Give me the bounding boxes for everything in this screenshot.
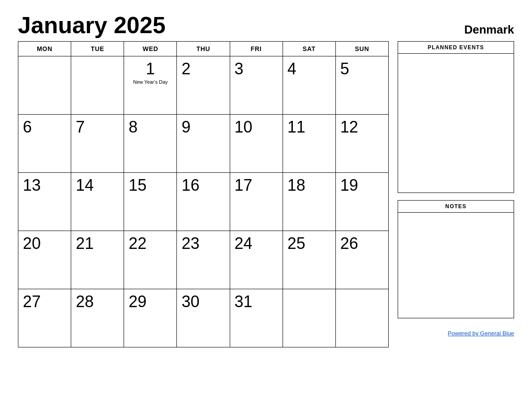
calendar-cell: 12: [335, 115, 388, 173]
calendar-cell: 6: [18, 115, 71, 173]
planned-events-body: [398, 54, 514, 193]
day-number: 10: [235, 118, 278, 136]
day-number: 22: [129, 235, 172, 253]
day-number: 28: [76, 293, 119, 311]
page-header: January 2025 Denmark: [18, 13, 514, 37]
day-number: 9: [181, 118, 225, 136]
calendar-cell: 18: [283, 173, 335, 231]
calendar-cell: [18, 56, 71, 115]
calendar-week-row: 6789101112: [18, 115, 389, 173]
calendar-cell: 17: [230, 173, 283, 231]
notes-box: NOTES: [398, 200, 514, 318]
calendar-cell: 22: [124, 231, 177, 289]
day-number: 7: [76, 118, 119, 136]
calendar-cell: 10: [230, 115, 283, 173]
planned-events-header: PLANNED EVENTS: [398, 42, 514, 54]
day-number: 29: [129, 293, 172, 311]
day-number: 1: [129, 60, 172, 78]
calendar-cell: 24: [230, 231, 283, 289]
day-number: 31: [235, 293, 278, 311]
day-number: 21: [76, 235, 119, 253]
calendar-cell: 19: [335, 173, 388, 231]
notes-body: [398, 213, 514, 318]
day-number: 24: [235, 235, 278, 253]
calendar-cell: 29: [124, 289, 177, 347]
calendar-cell: 4: [283, 56, 335, 115]
calendar-cell: 27: [18, 289, 71, 347]
day-number: 18: [287, 176, 331, 194]
calendar-cell: 11: [283, 115, 335, 173]
calendar-cell: [335, 289, 388, 347]
day-number: 14: [76, 176, 119, 194]
calendar-cell: 25: [283, 231, 335, 289]
day-number: 6: [23, 118, 66, 136]
calendar-cell: 16: [177, 173, 230, 231]
day-number: 30: [181, 293, 225, 311]
calendar-cell: 28: [71, 289, 124, 347]
calendar-cell: 7: [71, 115, 124, 173]
planned-events-box: PLANNED EVENTS: [398, 41, 514, 193]
calendar-cell: 20: [18, 231, 71, 289]
calendar-cell: 30: [177, 289, 230, 347]
col-fri: FRI: [230, 42, 283, 56]
calendar-header-row: MON TUE WED THU FRI SAT SUN: [18, 42, 389, 56]
calendar-week-row: 13141516171819: [18, 173, 389, 231]
calendar-cell: 9: [177, 115, 230, 173]
day-number: 25: [287, 235, 331, 253]
sidebar: PLANNED EVENTS NOTES Powered by General …: [398, 41, 514, 337]
calendar-cell: 5: [335, 56, 388, 115]
day-number: 27: [23, 293, 66, 311]
calendar-cell: 2: [177, 56, 230, 115]
calendar-section: MON TUE WED THU FRI SAT SUN 1New Year's …: [18, 41, 389, 347]
calendar-cell: [283, 289, 335, 347]
calendar-cell: 23: [177, 231, 230, 289]
col-tue: TUE: [71, 42, 124, 56]
calendar-cell: 14: [71, 173, 124, 231]
calendar-cell: 31: [230, 289, 283, 347]
calendar-week-row: 20212223242526: [18, 231, 389, 289]
day-number: 20: [23, 235, 66, 253]
day-number: 3: [235, 60, 278, 78]
col-sat: SAT: [283, 42, 335, 56]
calendar-week-row: 1New Year's Day2345: [18, 56, 389, 115]
holiday-label: New Year's Day: [129, 79, 172, 85]
powered-by-link[interactable]: Powered by General Blue: [448, 330, 514, 337]
day-number: 15: [129, 176, 172, 194]
calendar-cell: 13: [18, 173, 71, 231]
footer: Powered by General Blue: [398, 329, 514, 337]
calendar-cell: 26: [335, 231, 388, 289]
calendar-cell: 1New Year's Day: [124, 56, 177, 115]
calendar-cell: 21: [71, 231, 124, 289]
col-wed: WED: [124, 42, 177, 56]
col-sun: SUN: [335, 42, 388, 56]
day-number: 16: [181, 176, 225, 194]
day-number: 8: [129, 118, 172, 136]
day-number: 12: [340, 118, 384, 136]
day-number: 17: [235, 176, 278, 194]
month-year-title: January 2025: [18, 13, 166, 37]
calendar-cell: 15: [124, 173, 177, 231]
main-layout: MON TUE WED THU FRI SAT SUN 1New Year's …: [18, 41, 514, 347]
col-mon: MON: [18, 42, 71, 56]
notes-header: NOTES: [398, 201, 514, 213]
day-number: 5: [340, 60, 384, 78]
day-number: 23: [181, 235, 225, 253]
day-number: 19: [340, 176, 384, 194]
calendar-cell: 8: [124, 115, 177, 173]
day-number: 13: [23, 176, 66, 194]
calendar-table: MON TUE WED THU FRI SAT SUN 1New Year's …: [18, 41, 389, 347]
day-number: 26: [340, 235, 384, 253]
col-thu: THU: [177, 42, 230, 56]
day-number: 2: [181, 60, 225, 78]
day-number: 4: [287, 60, 331, 78]
day-number: 11: [287, 118, 331, 136]
calendar-cell: 3: [230, 56, 283, 115]
calendar-cell: [71, 56, 124, 115]
country-title: Denmark: [464, 23, 514, 37]
calendar-week-row: 2728293031: [18, 289, 389, 347]
